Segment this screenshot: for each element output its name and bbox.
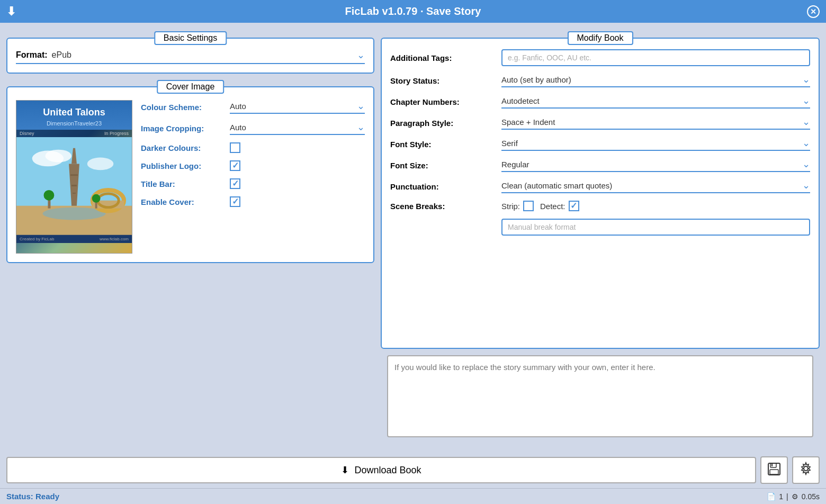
punctuation-row: Punctuation: Clean (automatic smart quot… bbox=[390, 179, 810, 193]
punctuation-chevron-icon[interactable]: ⌄ bbox=[802, 179, 810, 191]
detect-label: Detect: bbox=[540, 202, 565, 211]
close-button[interactable]: ✕ bbox=[807, 5, 820, 18]
svg-point-22 bbox=[804, 466, 808, 471]
manual-break-row bbox=[390, 219, 810, 236]
save-icon-button[interactable] bbox=[760, 456, 788, 484]
detect-check-icon: ✓ bbox=[570, 202, 577, 210]
svg-rect-19 bbox=[770, 463, 776, 467]
strip-label: Strip: bbox=[501, 202, 520, 211]
svg-point-17 bbox=[92, 194, 101, 202]
cover-settings: Colour Scheme: Auto ⌄ Image Cropping: Au… bbox=[141, 100, 365, 254]
summary-textarea[interactable] bbox=[387, 355, 813, 437]
enable-cover-checkbox[interactable]: ✓ bbox=[230, 196, 240, 207]
story-status-row: Story Status: Auto (set by author) ⌄ bbox=[390, 74, 810, 87]
manual-break-input[interactable] bbox=[501, 219, 810, 236]
save-icon bbox=[767, 462, 781, 479]
paragraph-style-chevron-icon[interactable]: ⌄ bbox=[802, 116, 810, 128]
svg-point-2 bbox=[46, 149, 72, 162]
paragraph-style-row: Paragraph Style: Space + Indent ⌄ bbox=[390, 116, 810, 130]
status-separator: | bbox=[786, 492, 788, 501]
title-bar-checkbox[interactable]: ✓ bbox=[230, 178, 240, 189]
cover-book-title: United Talons bbox=[21, 107, 128, 119]
basic-settings-section: Basic Settings Format: ePub ⌄ bbox=[6, 38, 374, 74]
darker-colours-label: Darker Colours: bbox=[141, 143, 226, 152]
story-status-chevron-icon[interactable]: ⌄ bbox=[802, 74, 810, 85]
image-cropping-chevron-icon[interactable]: ⌄ bbox=[357, 121, 365, 133]
publisher-logo-label: Publisher Logo: bbox=[141, 161, 226, 170]
font-style-dropdown[interactable]: Serif ⌄ bbox=[501, 137, 810, 151]
image-cropping-row: Image Cropping: Auto ⌄ bbox=[141, 121, 365, 135]
svg-rect-21 bbox=[771, 464, 773, 466]
font-style-value: Serif bbox=[501, 139, 518, 148]
colour-scheme-dropdown[interactable]: Auto ⌄ bbox=[230, 100, 365, 114]
enable-cover-row: Enable Cover: ✓ bbox=[141, 196, 365, 207]
page-info: 1 bbox=[779, 492, 783, 501]
format-value: ePub bbox=[52, 50, 357, 60]
paragraph-style-dropdown[interactable]: Space + Indent ⌄ bbox=[501, 116, 810, 130]
settings-icon-button[interactable] bbox=[792, 456, 820, 484]
modify-book-title: Modify Book bbox=[567, 31, 633, 45]
svg-rect-8 bbox=[70, 174, 78, 176]
colour-scheme-label: Colour Scheme: bbox=[141, 103, 226, 112]
publisher-logo-checkbox[interactable]: ✓ bbox=[230, 160, 240, 171]
title-bar-row: Title Bar: ✓ bbox=[141, 178, 365, 189]
font-size-dropdown[interactable]: Regular ⌄ bbox=[501, 158, 810, 172]
enable-cover-label: Enable Cover: bbox=[141, 197, 226, 206]
svg-point-3 bbox=[87, 157, 114, 170]
font-size-label: Font Size: bbox=[390, 161, 501, 170]
cover-book-author: DimensionTraveler23 bbox=[21, 120, 128, 127]
font-size-value: Regular bbox=[501, 160, 529, 169]
detect-checkbox[interactable]: ✓ bbox=[569, 201, 579, 211]
status-bar: Status: Ready 📄 1 | ⚙ 0.05s bbox=[0, 488, 826, 504]
image-cropping-dropdown[interactable]: Auto ⌄ bbox=[230, 121, 365, 135]
format-chevron-icon[interactable]: ⌄ bbox=[357, 49, 365, 61]
cover-image-area bbox=[16, 137, 132, 235]
additional-tags-row: Additional Tags: bbox=[390, 49, 810, 66]
download-button[interactable]: ⬇ Download Book bbox=[6, 457, 756, 483]
chapter-numbers-value: Autodetect bbox=[501, 96, 540, 105]
chapter-numbers-chevron-icon[interactable]: ⌄ bbox=[802, 95, 810, 106]
story-status-value: Auto (set by author) bbox=[501, 75, 571, 84]
cover-website: www.ficlab.com bbox=[100, 237, 129, 241]
colour-scheme-chevron-icon[interactable]: ⌄ bbox=[357, 100, 365, 112]
font-style-chevron-icon[interactable]: ⌄ bbox=[802, 137, 810, 149]
story-status-dropdown[interactable]: Auto (set by author) ⌄ bbox=[501, 74, 810, 87]
publisher-logo-check-icon: ✓ bbox=[232, 161, 239, 170]
scene-breaks-control: Strip: Detect: ✓ bbox=[501, 201, 810, 211]
svg-rect-9 bbox=[71, 185, 77, 186]
font-style-label: Font Style: bbox=[390, 140, 501, 149]
modify-book-section: Modify Book Additional Tags: Story Statu… bbox=[381, 38, 820, 349]
darker-colours-checkbox[interactable] bbox=[230, 142, 240, 153]
download-button-label: Download Book bbox=[354, 465, 421, 476]
summary-wrapper bbox=[381, 349, 820, 446]
chapter-numbers-dropdown[interactable]: Autodetect ⌄ bbox=[501, 95, 810, 109]
punctuation-label: Punctuation: bbox=[390, 182, 501, 191]
font-size-chevron-icon[interactable]: ⌄ bbox=[802, 158, 810, 170]
chapter-numbers-label: Chapter Numbers: bbox=[390, 97, 501, 106]
download-icon[interactable]: ⬇ bbox=[6, 5, 16, 19]
strip-checkbox[interactable] bbox=[523, 201, 534, 211]
format-dropdown[interactable]: Format: ePub ⌄ bbox=[16, 49, 365, 64]
chapter-numbers-row: Chapter Numbers: Autodetect ⌄ bbox=[390, 95, 810, 109]
svg-rect-10 bbox=[73, 192, 76, 193]
svg-rect-20 bbox=[770, 470, 778, 474]
punctuation-dropdown[interactable]: Clean (automatic smart quotes) ⌄ bbox=[501, 179, 810, 193]
download-icon-symbol: ⬇ bbox=[341, 464, 349, 476]
darker-colours-row: Darker Colours: bbox=[141, 142, 365, 153]
colour-scheme-value: Auto bbox=[230, 102, 246, 111]
paragraph-style-value: Space + Indent bbox=[501, 118, 555, 127]
scene-breaks-label: Scene Breaks: bbox=[390, 202, 501, 211]
time-icon: ⚙ bbox=[792, 492, 798, 501]
publisher-logo-row: Publisher Logo: ✓ bbox=[141, 160, 365, 171]
enable-cover-check-icon: ✓ bbox=[232, 197, 239, 206]
time-info: 0.05s bbox=[802, 492, 820, 501]
cover-thumbnail: United Talons DimensionTraveler23 Disney… bbox=[16, 100, 132, 254]
page-icon: 📄 bbox=[767, 492, 776, 501]
right-panel: Modify Book Additional Tags: Story Statu… bbox=[381, 29, 820, 446]
story-status-label: Story Status: bbox=[390, 76, 501, 85]
basic-settings-title: Basic Settings bbox=[154, 31, 227, 45]
additional-tags-input[interactable] bbox=[501, 49, 810, 66]
font-size-row: Font Size: Regular ⌄ bbox=[390, 158, 810, 172]
status-right: 📄 1 | ⚙ 0.05s bbox=[767, 492, 820, 501]
left-panel: Basic Settings Format: ePub ⌄ Cover Imag… bbox=[6, 29, 374, 446]
